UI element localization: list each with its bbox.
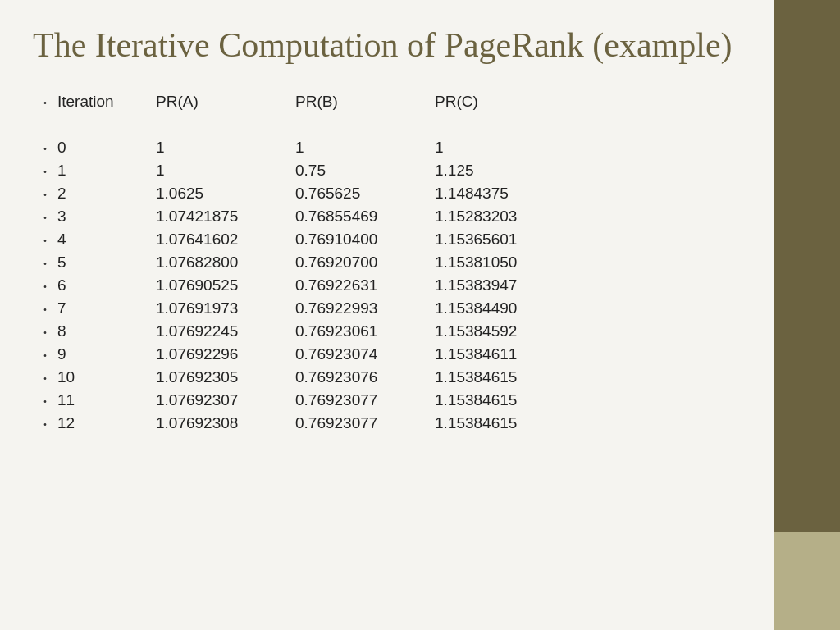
row-prb: 0.76922631 — [295, 276, 435, 294]
row-pra: 1.07691973 — [156, 299, 295, 317]
header-prb: PR(B) — [295, 93, 435, 111]
table-body: • 0 1 1 1 • 1 1 0.75 1.125 • 2 1.0625 0.… — [33, 136, 742, 435]
row-prb: 0.76910400 — [295, 231, 435, 249]
row-bullet: • — [33, 374, 57, 383]
row-bullet: • — [33, 282, 57, 291]
row-prb: 0.76922993 — [295, 299, 435, 317]
table-row: • 1 1 0.75 1.125 — [33, 159, 742, 182]
row-prb: 0.76923061 — [295, 322, 435, 340]
row-prb: 1 — [295, 139, 435, 157]
main-content: The Iterative Computation of PageRank (e… — [0, 0, 774, 630]
row-prb: 0.765625 — [295, 185, 435, 203]
row-bullet: • — [33, 420, 57, 429]
row-pra: 1.07421875 — [156, 208, 295, 226]
row-pra: 1.07682800 — [156, 253, 295, 272]
row-prb: 0.76855469 — [295, 208, 435, 226]
row-prc: 1.15384615 — [435, 414, 574, 432]
row-pra: 1 — [156, 162, 295, 180]
table-row: • 5 1.07682800 0.76920700 1.15381050 — [33, 251, 742, 274]
row-iteration: 0 — [57, 139, 156, 157]
row-prc: 1.125 — [435, 162, 574, 180]
row-prc: 1 — [435, 139, 574, 157]
row-iteration: 2 — [57, 185, 156, 203]
row-prc: 1.1484375 — [435, 185, 574, 203]
row-bullet: • — [33, 190, 57, 199]
row-prc: 1.15384592 — [435, 322, 574, 340]
row-prc: 1.15283203 — [435, 208, 574, 226]
row-iteration: 10 — [57, 368, 156, 386]
table-row: • 4 1.07641602 0.76910400 1.15365601 — [33, 228, 742, 251]
row-pra: 1.0625 — [156, 185, 295, 203]
row-iteration: 3 — [57, 208, 156, 226]
row-pra: 1.07641602 — [156, 231, 295, 249]
table-row: • 7 1.07691973 0.76922993 1.15384490 — [33, 297, 742, 320]
row-iteration: 12 — [57, 414, 156, 432]
row-iteration: 6 — [57, 276, 156, 294]
row-prb: 0.76920700 — [295, 253, 435, 272]
row-iteration: 11 — [57, 391, 156, 409]
row-pra: 1 — [156, 139, 295, 157]
table-row: • 12 1.07692308 0.76923077 1.15384615 — [33, 412, 742, 435]
row-prb: 0.76923077 — [295, 391, 435, 409]
row-bullet: • — [33, 213, 57, 222]
page-title: The Iterative Computation of PageRank (e… — [33, 25, 742, 66]
row-bullet: • — [33, 305, 57, 314]
right-sidebar — [774, 0, 840, 630]
row-prc: 1.15365601 — [435, 231, 574, 249]
header-pra: PR(A) — [156, 93, 295, 111]
row-prb: 0.75 — [295, 162, 435, 180]
row-prc: 1.15384615 — [435, 368, 574, 386]
row-pra: 1.07692308 — [156, 414, 295, 432]
row-bullet: • — [33, 328, 57, 337]
row-pra: 1.07692296 — [156, 345, 295, 363]
table-row: • 10 1.07692305 0.76923076 1.15384615 — [33, 366, 742, 389]
row-prc: 1.15384611 — [435, 345, 574, 363]
sidebar-bottom — [774, 532, 840, 630]
row-prc: 1.15383947 — [435, 276, 574, 294]
data-table: • Iteration PR(A) PR(B) PR(C) • 0 1 1 1 … — [33, 90, 742, 435]
header-prc: PR(C) — [435, 93, 574, 111]
table-row: • 2 1.0625 0.765625 1.1484375 — [33, 182, 742, 205]
row-bullet: • — [33, 167, 57, 176]
row-bullet: • — [33, 236, 57, 245]
row-iteration: 5 — [57, 253, 156, 272]
row-iteration: 1 — [57, 162, 156, 180]
row-pra: 1.07692245 — [156, 322, 295, 340]
row-iteration: 4 — [57, 231, 156, 249]
table-row: • 11 1.07692307 0.76923077 1.15384615 — [33, 389, 742, 412]
row-prc: 1.15384490 — [435, 299, 574, 317]
row-pra: 1.07692307 — [156, 391, 295, 409]
table-header: • Iteration PR(A) PR(B) PR(C) — [33, 90, 742, 113]
table-row: • 8 1.07692245 0.76923061 1.15384592 — [33, 320, 742, 343]
row-prc: 1.15381050 — [435, 253, 574, 272]
row-pra: 1.07690525 — [156, 276, 295, 294]
row-prb: 0.76923076 — [295, 368, 435, 386]
row-bullet: • — [33, 259, 57, 268]
row-pra: 1.07692305 — [156, 368, 295, 386]
table-row: • 9 1.07692296 0.76923074 1.15384611 — [33, 343, 742, 366]
table-row: • 6 1.07690525 0.76922631 1.15383947 — [33, 274, 742, 297]
spacer — [33, 123, 742, 136]
row-prc: 1.15384615 — [435, 391, 574, 409]
row-iteration: 9 — [57, 345, 156, 363]
header-iteration: Iteration — [57, 93, 156, 111]
row-prb: 0.76923077 — [295, 414, 435, 432]
table-row: • 0 1 1 1 — [33, 136, 742, 159]
row-bullet: • — [33, 397, 57, 406]
header-bullet: • — [33, 98, 57, 107]
row-iteration: 7 — [57, 299, 156, 317]
row-bullet: • — [33, 351, 57, 360]
sidebar-top — [774, 0, 840, 532]
row-iteration: 8 — [57, 322, 156, 340]
row-prb: 0.76923074 — [295, 345, 435, 363]
row-bullet: • — [33, 144, 57, 153]
table-row: • 3 1.07421875 0.76855469 1.15283203 — [33, 205, 742, 228]
